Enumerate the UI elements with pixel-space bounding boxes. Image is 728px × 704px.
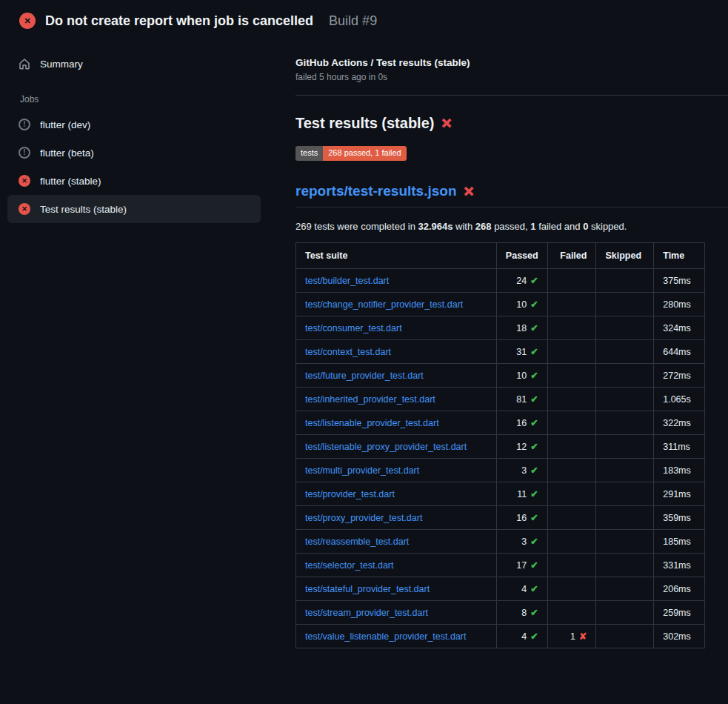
test-suite-link[interactable]: test/multi_provider_test.dart xyxy=(305,465,419,476)
passed-cell: 11✔︎ xyxy=(496,482,547,506)
passed-cell: 16✔︎ xyxy=(496,506,547,530)
failed-cell: ✘ xyxy=(547,316,596,340)
home-icon xyxy=(19,58,30,70)
time-cell: 302ms xyxy=(654,625,705,648)
test-suite-link[interactable]: test/listenable_proxy_provider_test.dart xyxy=(305,442,467,452)
table-row: test/proxy_provider_test.dart 16✔︎ ✘ 359… xyxy=(296,506,705,530)
table-row: test/reassemble_test.dart 3✔︎ ✘ 185ms xyxy=(296,530,705,554)
test-suite-link[interactable]: test/builder_test.dart xyxy=(305,276,389,286)
table-row: test/listenable_proxy_provider_test.dart… xyxy=(296,435,705,459)
job-label: flutter (beta) xyxy=(40,147,94,159)
skipped-cell xyxy=(596,388,654,411)
skipped-cell xyxy=(596,293,654,316)
skipped-cell xyxy=(596,601,654,625)
check-icon: ✔︎ xyxy=(530,276,538,286)
time-cell: 331ms xyxy=(654,554,705,577)
sidebar-summary-label: Summary xyxy=(40,59,83,70)
failed-cell: ✘ xyxy=(547,435,596,459)
sidebar: Summary Jobs ! flutter (dev) ! flutter (… xyxy=(0,39,278,223)
skipped-cell xyxy=(596,435,654,459)
exclamation-circle-icon: ! xyxy=(19,147,30,159)
report-heading: reports/test-results.json ❌︎ xyxy=(295,183,728,207)
table-row: test/inherited_provider_test.dart 81✔︎ ✘… xyxy=(296,388,705,411)
failed-cell: ✘ xyxy=(547,293,596,316)
failed-cell: ✘ xyxy=(547,340,596,364)
tests-status-badge: tests 268 passed, 1 failed xyxy=(295,146,407,161)
check-icon: ✔︎ xyxy=(530,584,538,594)
summary-failed-count: 1 xyxy=(530,221,535,232)
summary-passed-count: 268 xyxy=(475,221,492,232)
test-suite-link[interactable]: test/reassemble_test.dart xyxy=(305,537,409,547)
passed-cell: 3✔︎ xyxy=(496,530,547,554)
fail-x-icon: ❌︎ xyxy=(441,117,451,130)
report-file-link[interactable]: reports/test-results.json xyxy=(295,183,457,199)
test-suite-link[interactable]: test/change_notifier_provider_test.dart xyxy=(305,299,463,310)
sidebar-item-summary[interactable]: Summary xyxy=(7,50,261,78)
test-suite-link[interactable]: test/future_provider_test.dart xyxy=(305,371,424,381)
time-cell: 183ms xyxy=(654,459,705,482)
check-icon: ✔︎ xyxy=(530,608,538,618)
check-icon: ✔︎ xyxy=(530,442,538,452)
time-cell: 1.065s xyxy=(654,388,705,411)
summary-line: 269 tests were completed in 32.964s with… xyxy=(295,221,728,232)
x-circle-icon: ✕ xyxy=(19,203,30,215)
badge-value: 268 passed, 1 failed xyxy=(323,146,406,161)
passed-cell: 10✔︎ xyxy=(496,364,547,388)
passed-cell: 24✔︎ xyxy=(496,269,547,293)
passed-cell: 81✔︎ xyxy=(496,388,547,411)
summary-duration: 32.964s xyxy=(418,221,453,232)
passed-cell: 17✔︎ xyxy=(496,554,547,577)
col-header-skipped: Skipped xyxy=(596,243,654,269)
test-suite-link[interactable]: test/context_test.dart xyxy=(305,347,391,357)
header-divider xyxy=(295,95,728,96)
time-cell: 291ms xyxy=(654,482,705,506)
test-suite-link[interactable]: test/stream_provider_test.dart xyxy=(305,608,428,618)
test-suite-link[interactable]: test/selector_test.dart xyxy=(305,560,394,571)
skipped-cell xyxy=(596,340,654,364)
time-cell: 311ms xyxy=(654,435,705,459)
failed-cell: ✘ xyxy=(547,482,596,506)
time-cell: 359ms xyxy=(654,506,705,530)
run-title: Do not create report when job is cancell… xyxy=(45,13,313,29)
passed-cell: 4✔︎ xyxy=(496,577,547,601)
table-row: test/listenable_provider_test.dart 16✔︎ … xyxy=(296,411,705,435)
passed-cell: 16✔︎ xyxy=(496,411,547,435)
check-icon: ✔︎ xyxy=(530,347,538,357)
main-content: GitHub Actions / Test results (stable) f… xyxy=(278,39,728,648)
col-header-failed: Failed xyxy=(547,243,596,269)
time-cell: 322ms xyxy=(654,411,705,435)
time-cell: 185ms xyxy=(654,530,705,554)
check-icon: ✔︎ xyxy=(530,560,538,571)
run-build-number: Build #9 xyxy=(329,13,377,29)
summary-text: 269 tests were completed in xyxy=(295,221,418,232)
skipped-cell xyxy=(596,506,654,530)
skipped-cell xyxy=(596,459,654,482)
test-suite-link[interactable]: test/consumer_test.dart xyxy=(305,323,402,333)
passed-cell: 8✔︎ xyxy=(496,601,547,625)
table-row: test/provider_test.dart 11✔︎ ✘ 291ms xyxy=(296,482,705,506)
check-icon: ✔︎ xyxy=(530,394,538,405)
skipped-cell xyxy=(596,530,654,554)
sidebar-job-item[interactable]: ✕ flutter (stable) xyxy=(7,167,261,195)
test-suite-link[interactable]: test/proxy_provider_test.dart xyxy=(305,513,422,523)
failed-cell: 1✘ xyxy=(547,625,596,648)
sidebar-job-item[interactable]: ! flutter (dev) xyxy=(7,110,261,139)
test-suite-link[interactable]: test/provider_test.dart xyxy=(305,489,395,499)
run-meta: failed 5 hours ago in 0s xyxy=(295,72,728,82)
sidebar-job-item[interactable]: ✕ Test results (stable) xyxy=(7,195,261,223)
time-cell: 644ms xyxy=(654,340,705,364)
test-suite-link[interactable]: test/stateful_provider_test.dart xyxy=(305,584,430,594)
jobs-section-label: Jobs xyxy=(7,82,270,110)
failed-cell: ✘ xyxy=(547,554,596,577)
test-suite-link[interactable]: test/inherited_provider_test.dart xyxy=(305,394,435,405)
test-suite-link[interactable]: test/value_listenable_provider_test.dart xyxy=(305,631,467,642)
skipped-cell xyxy=(596,577,654,601)
test-suite-link[interactable]: test/listenable_provider_test.dart xyxy=(305,418,439,428)
section-title: Test results (stable) ❌︎ xyxy=(295,115,728,132)
check-icon: ✔︎ xyxy=(530,371,538,381)
table-row: test/context_test.dart 31✔︎ ✘ 644ms xyxy=(296,340,705,364)
sidebar-job-item[interactable]: ! flutter (beta) xyxy=(7,139,261,167)
job-label: flutter (stable) xyxy=(40,176,101,187)
failed-cell: ✘ xyxy=(547,506,596,530)
check-icon: ✔︎ xyxy=(530,299,538,310)
